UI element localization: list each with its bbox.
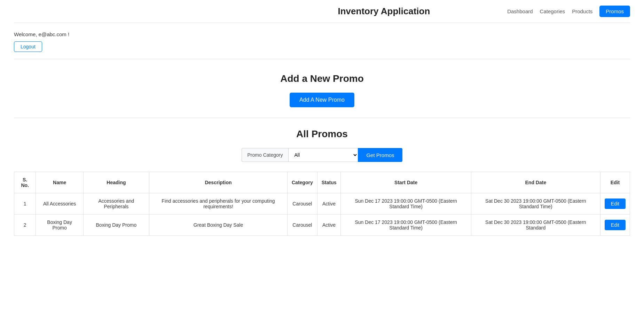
col-end-date: End Date <box>471 172 600 193</box>
nav-promos[interactable]: Promos <box>599 6 630 17</box>
table-header-row: S. No. Name Heading Description Category… <box>14 172 630 193</box>
get-promos-button[interactable]: Get Promos <box>358 148 402 162</box>
welcome-section: Welcome, e@abc.com ! Logout <box>0 23 644 59</box>
col-category: Category <box>288 172 317 193</box>
col-edit: Edit <box>600 172 630 193</box>
table-row: 1 All Accessories Accessories and Periph… <box>14 193 630 215</box>
all-promos-title: All Promos <box>14 129 630 140</box>
cell-sno: 1 <box>14 193 36 215</box>
cell-name: Boxing Day Promo <box>36 215 83 236</box>
all-promos-section: All Promos Promo Category All Carousel B… <box>0 118 644 246</box>
cell-status: Active <box>317 215 341 236</box>
promo-category-select[interactable]: All Carousel Banner Popup <box>288 148 358 162</box>
col-status: Status <box>317 172 341 193</box>
cell-category: Carousel <box>288 215 317 236</box>
add-new-promo-button[interactable]: Add A New Promo <box>290 93 354 107</box>
cell-category: Carousel <box>288 193 317 215</box>
edit-button-1[interactable]: Edit <box>605 198 626 209</box>
filter-row: Promo Category All Carousel Banner Popup… <box>14 148 630 162</box>
add-promo-section: Add a New Promo Add A New Promo <box>0 59 644 118</box>
col-description: Description <box>149 172 287 193</box>
cell-name: All Accessories <box>36 193 83 215</box>
logout-button[interactable]: Logout <box>14 41 42 52</box>
cell-description: Great Boxing Day Sale <box>149 215 287 236</box>
cell-heading: Accessories and Peripherals <box>83 193 149 215</box>
cell-status: Active <box>317 193 341 215</box>
nav-categories[interactable]: Categories <box>540 8 565 14</box>
cell-edit: Edit <box>600 193 630 215</box>
cell-description: Find accessories and peripherals for you… <box>149 193 287 215</box>
app-title: Inventory Application <box>261 6 508 17</box>
filter-label: Promo Category <box>242 148 289 162</box>
cell-end-date: Sat Dec 30 2023 19:00:00 GMT-0500 (Easte… <box>471 193 600 215</box>
promos-table-container: S. No. Name Heading Description Category… <box>14 172 630 236</box>
header: Inventory Application Dashboard Categori… <box>0 0 644 23</box>
nav-dashboard[interactable]: Dashboard <box>507 8 533 14</box>
cell-edit: Edit <box>600 215 630 236</box>
col-heading: Heading <box>83 172 149 193</box>
nav: Dashboard Categories Products Promos <box>507 6 630 17</box>
promos-table: S. No. Name Heading Description Category… <box>14 172 630 236</box>
cell-start-date: Sun Dec 17 2023 19:00:00 GMT-0500 (Easte… <box>341 193 471 215</box>
cell-heading: Boxing Day Promo <box>83 215 149 236</box>
table-header: S. No. Name Heading Description Category… <box>14 172 630 193</box>
edit-button-2[interactable]: Edit <box>605 220 626 230</box>
welcome-text: Welcome, e@abc.com ! <box>14 31 630 37</box>
table-body: 1 All Accessories Accessories and Periph… <box>14 193 630 236</box>
cell-sno: 2 <box>14 215 36 236</box>
nav-products[interactable]: Products <box>572 8 592 14</box>
add-promo-title: Add a New Promo <box>14 73 630 84</box>
col-name: Name <box>36 172 83 193</box>
table-row: 2 Boxing Day Promo Boxing Day Promo Grea… <box>14 215 630 236</box>
col-start-date: Start Date <box>341 172 471 193</box>
cell-start-date: Sun Dec 17 2023 19:00:00 GMT-0500 (Easte… <box>341 215 471 236</box>
cell-end-date: Sat Dec 30 2023 19:00:00 GMT-0500 (Easte… <box>471 215 600 236</box>
col-sno: S. No. <box>14 172 36 193</box>
